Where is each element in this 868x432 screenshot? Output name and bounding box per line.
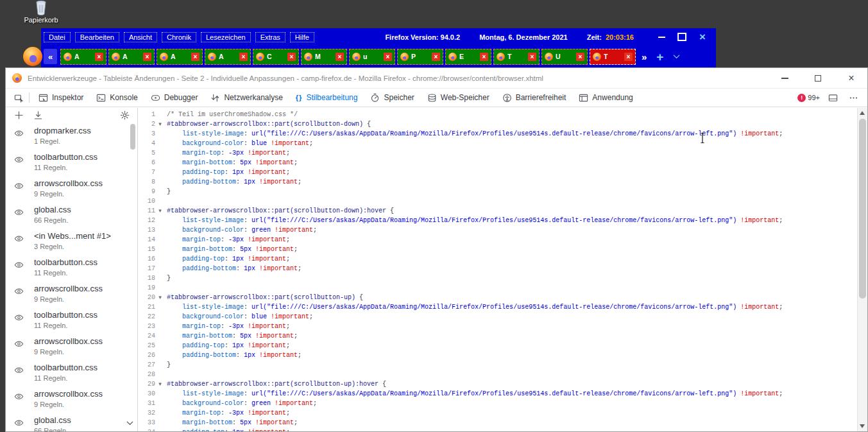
stylesheet-item[interactable]: dropmarker.css1 Regel. bbox=[6, 123, 137, 149]
maximize-button[interactable] bbox=[675, 31, 689, 43]
import-stylesheet-button[interactable] bbox=[30, 108, 46, 122]
stylesheet-item[interactable]: arrowscrollbox.css9 Regeln. bbox=[6, 386, 137, 412]
editor-scrollbar[interactable] bbox=[857, 108, 867, 431]
tab-close-button[interactable]: × bbox=[191, 53, 200, 61]
code-text: padding-top: 1px !important; bbox=[167, 341, 290, 350]
minimize-button[interactable] bbox=[654, 31, 668, 43]
menu-bearbeiten[interactable]: Bearbeiten bbox=[75, 32, 119, 42]
stylesheet-item[interactable]: arrowscrollbox.css9 Regeln. bbox=[6, 333, 137, 359]
tabs-scroll-left-button[interactable]: « bbox=[44, 49, 57, 64]
sidebar-scroll-down-icon[interactable] bbox=[125, 419, 135, 428]
stylesheet-item[interactable]: arrowscrollbox.css9 Regeln. bbox=[6, 281, 137, 307]
browser-tab[interactable]: A× bbox=[60, 49, 106, 65]
visibility-eye-icon[interactable] bbox=[14, 234, 24, 243]
devtools-titlebar[interactable]: Entwicklerwerkzeuge - Tableiste Änderung… bbox=[6, 68, 867, 88]
fold-arrow-icon[interactable]: ▾ bbox=[155, 379, 165, 389]
fold-arrow-icon[interactable]: ▾ bbox=[155, 293, 165, 302]
visibility-eye-icon[interactable] bbox=[14, 155, 24, 164]
tab-close-button[interactable]: × bbox=[480, 53, 488, 61]
devtools-tab-stilbearbeitung[interactable]: {}Stilbearbeitung bbox=[289, 89, 364, 107]
tab-close-button[interactable]: × bbox=[336, 53, 344, 61]
devtools-tab-konsole[interactable]: Konsole bbox=[90, 89, 144, 107]
tab-close-button[interactable]: × bbox=[624, 53, 633, 61]
list-all-tabs-button[interactable] bbox=[672, 52, 681, 62]
code-editor[interactable]: 1/* Teil im userChromeShadow.css */2▾#ta… bbox=[139, 108, 857, 431]
close-button[interactable]: × bbox=[695, 31, 710, 43]
tab-close-button[interactable]: × bbox=[576, 53, 584, 61]
menu-lesezeichen[interactable]: Lesezeichen bbox=[201, 32, 251, 42]
tab-close-button[interactable]: × bbox=[239, 53, 248, 61]
line-number: 8 bbox=[139, 177, 155, 187]
stylesheet-item[interactable]: toolbarbutton.css11 Regeln. bbox=[6, 307, 137, 333]
visibility-eye-icon[interactable] bbox=[14, 365, 24, 375]
sidebar-scrollbar-thumb[interactable] bbox=[130, 124, 135, 150]
browser-tab[interactable]: A× bbox=[205, 49, 251, 65]
devtools-maximize-button[interactable] bbox=[811, 72, 825, 85]
tabs-scroll-right-button[interactable]: » bbox=[642, 51, 647, 62]
fold-arrow-icon[interactable]: ▾ bbox=[155, 206, 165, 216]
devtools-tab-speicher[interactable]: Speicher bbox=[364, 89, 420, 107]
visibility-eye-icon[interactable] bbox=[14, 313, 24, 322]
browser-tab[interactable]: E× bbox=[445, 49, 491, 65]
visibility-eye-icon[interactable] bbox=[14, 181, 24, 191]
devtools-menu-button[interactable] bbox=[846, 91, 861, 105]
scrollbar-up-icon[interactable] bbox=[860, 111, 865, 115]
visibility-eye-icon[interactable] bbox=[14, 418, 24, 428]
menu-ansicht[interactable]: Ansicht bbox=[124, 32, 157, 42]
editor-scrollbar-thumb[interactable] bbox=[859, 119, 866, 298]
stylesheet-item[interactable]: global.css66 Regeln. bbox=[6, 412, 137, 431]
tab-close-button[interactable]: × bbox=[432, 53, 440, 61]
stylesheet-item[interactable]: toolbarbutton.css11 Regeln. bbox=[6, 254, 137, 281]
tab-close-button[interactable]: × bbox=[384, 53, 392, 61]
error-count-badge[interactable]: ! 99+ bbox=[797, 94, 820, 102]
stylesheet-item[interactable]: toolbarbutton.css11 Regeln. bbox=[6, 359, 137, 386]
browser-tab[interactable]: A× bbox=[108, 49, 155, 65]
devtools-tab-label: Speicher bbox=[384, 93, 414, 102]
visibility-eye-icon[interactable] bbox=[14, 286, 24, 296]
tab-close-button[interactable]: × bbox=[95, 53, 103, 61]
new-tab-button[interactable]: + bbox=[656, 51, 663, 63]
scrollbar-down-icon[interactable] bbox=[860, 424, 865, 428]
visibility-eye-icon[interactable] bbox=[14, 128, 24, 138]
visibility-eye-icon[interactable] bbox=[14, 392, 24, 401]
options-gear-button[interactable] bbox=[117, 108, 132, 122]
stylesheet-item[interactable]: arrowscrollbox.css9 Regeln. bbox=[6, 175, 137, 202]
devtools-close-button[interactable]: × bbox=[844, 72, 858, 85]
node-picker-button[interactable] bbox=[11, 91, 26, 105]
menu-datei[interactable]: Datei bbox=[44, 32, 71, 42]
stylesheet-item[interactable]: toolbarbutton.css11 Regeln. bbox=[6, 149, 137, 175]
devtools-tab-barrierefreiheit[interactable]: Barrierefreiheit bbox=[496, 89, 573, 107]
devtools-tab-anwendung[interactable]: Anwendung bbox=[572, 89, 639, 107]
browser-tab[interactable]: U× bbox=[541, 49, 588, 65]
new-stylesheet-button[interactable] bbox=[11, 108, 26, 122]
recycle-bin[interactable]: Papierkorb bbox=[18, 0, 64, 24]
devtools-tab-debugger[interactable]: Debugger bbox=[144, 89, 205, 107]
visibility-eye-icon[interactable] bbox=[14, 339, 24, 349]
stylesheet-item[interactable]: global.css66 Regeln. bbox=[6, 202, 137, 228]
browser-tab[interactable]: u× bbox=[349, 49, 395, 65]
stylesheet-item[interactable]: <in Webs...ment #1>3 Regeln. bbox=[6, 228, 137, 254]
tab-close-button[interactable]: × bbox=[143, 53, 151, 61]
browser-tab[interactable]: T× bbox=[493, 49, 540, 65]
tab-close-button[interactable]: × bbox=[287, 53, 296, 61]
split-console-button[interactable] bbox=[825, 91, 840, 105]
browser-tab[interactable]: P× bbox=[397, 49, 443, 65]
visibility-eye-icon[interactable] bbox=[14, 260, 24, 270]
line-number: 18 bbox=[139, 273, 155, 283]
devtools-minimize-button[interactable] bbox=[778, 72, 792, 85]
devtools-tab-netzwerkanalyse[interactable]: Netzwerkanalyse bbox=[204, 89, 289, 107]
browser-tab[interactable]: C× bbox=[253, 49, 299, 65]
browser-tab[interactable]: M× bbox=[301, 49, 347, 65]
browser-tab[interactable]: T× bbox=[590, 49, 636, 65]
fold-arrow-icon[interactable]: ▾ bbox=[155, 119, 165, 129]
devtools-tab-web-speicher[interactable]: Web-Speicher bbox=[421, 89, 496, 107]
devtools-toolbar: InspektorKonsoleDebuggerNetzwerkanalyse{… bbox=[6, 88, 867, 107]
menu-chronik[interactable]: Chronik bbox=[162, 32, 196, 42]
browser-tab[interactable]: A× bbox=[157, 49, 203, 65]
line-number: 1 bbox=[139, 110, 155, 119]
tab-close-button[interactable]: × bbox=[528, 53, 536, 61]
devtools-tab-inspektor[interactable]: Inspektor bbox=[32, 89, 90, 107]
menu-extras[interactable]: Extras bbox=[255, 32, 285, 42]
menu-hilfe[interactable]: Hilfe bbox=[290, 32, 314, 42]
visibility-eye-icon[interactable] bbox=[14, 207, 24, 217]
